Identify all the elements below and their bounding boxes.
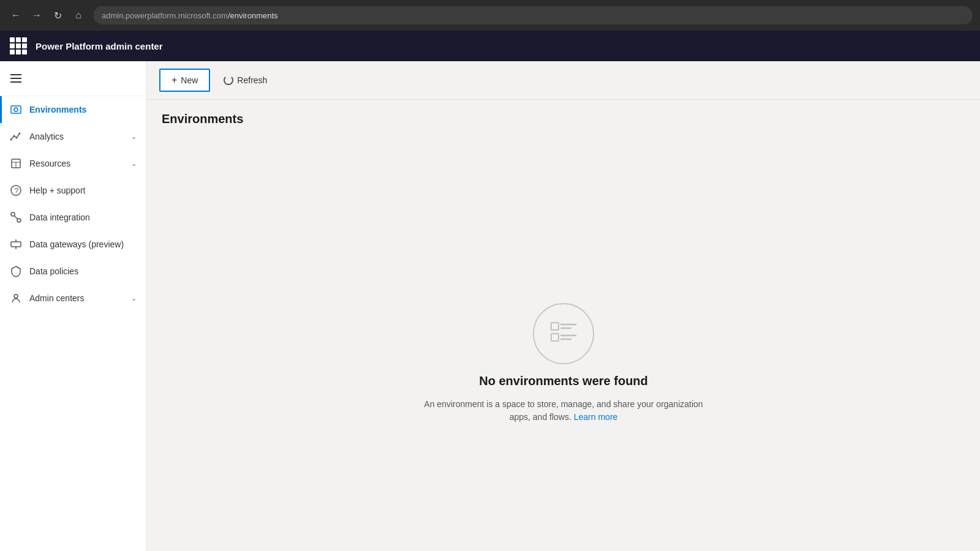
- sidebar-item-analytics[interactable]: Analytics ⌄: [0, 123, 146, 150]
- home-button[interactable]: ⌂: [70, 7, 87, 24]
- sidebar-item-data-gateways[interactable]: Data gateways (preview): [0, 231, 146, 258]
- plus-icon: +: [172, 75, 177, 86]
- analytics-icon: [10, 130, 22, 143]
- sidebar: Environments Analytics ⌄: [0, 61, 147, 551]
- svg-text:?: ?: [15, 187, 19, 195]
- environments-label: Environments: [29, 105, 137, 114]
- data-policies-icon: [10, 265, 22, 277]
- learn-more-link[interactable]: Learn more: [574, 412, 618, 422]
- analytics-chevron-icon: ⌄: [131, 133, 137, 141]
- url-path: /environments: [228, 11, 278, 20]
- refresh-button[interactable]: Refresh: [215, 70, 276, 90]
- svg-line-13: [14, 216, 18, 219]
- url-base: admin.powerplatform.microsoft.com: [102, 11, 228, 20]
- empty-description: An environment is a space to store, mana…: [423, 398, 704, 424]
- sidebar-item-help-support[interactable]: ? Help + support: [0, 177, 146, 204]
- data-integration-label: Data integration: [29, 212, 137, 222]
- sidebar-top: [0, 61, 146, 96]
- svg-rect-21: [551, 334, 559, 341]
- empty-title: No environments were found: [479, 374, 648, 388]
- data-gateways-label: Data gateways (preview): [29, 239, 137, 249]
- svg-point-3: [13, 135, 15, 137]
- sidebar-item-data-integration[interactable]: Data integration: [0, 204, 146, 231]
- hamburger-button[interactable]: [5, 67, 27, 89]
- main-content-area: + New Refresh Environments: [147, 61, 980, 551]
- resources-chevron-icon: ⌄: [131, 160, 137, 168]
- list-empty-icon: [546, 317, 581, 351]
- empty-state-icon: [533, 303, 594, 364]
- svg-point-2: [10, 139, 12, 141]
- resources-label: Resources: [29, 159, 124, 168]
- admin-centers-label: Admin centers: [29, 293, 124, 303]
- refresh-button-label: Refresh: [237, 75, 267, 85]
- page-title: Environments: [162, 112, 965, 126]
- sidebar-item-admin-centers[interactable]: Admin centers ⌄: [0, 285, 146, 312]
- resources-icon: [10, 157, 22, 170]
- page-content: Environments No environments were found: [147, 100, 980, 551]
- app-title: Power Platform admin center: [36, 41, 163, 51]
- new-button-label: New: [181, 75, 198, 85]
- analytics-label: Analytics: [29, 132, 124, 141]
- new-button[interactable]: + New: [159, 69, 210, 92]
- sidebar-item-environments[interactable]: Environments: [0, 96, 146, 123]
- browser-bar: ← → ↻ ⌂ admin.powerplatform.microsoft.co…: [0, 0, 980, 31]
- waffle-icon[interactable]: [10, 37, 27, 54]
- sidebar-item-resources[interactable]: Resources ⌄: [0, 150, 146, 177]
- svg-rect-18: [551, 323, 559, 330]
- refresh-page-button[interactable]: ↻: [49, 7, 66, 24]
- back-button[interactable]: ←: [7, 7, 24, 24]
- forward-button[interactable]: →: [28, 7, 45, 24]
- main-layout: Environments Analytics ⌄: [0, 61, 980, 551]
- environments-icon: [10, 103, 22, 116]
- data-integration-icon: [10, 211, 22, 223]
- help-support-label: Help + support: [29, 186, 137, 195]
- sidebar-item-data-policies[interactable]: Data policies: [0, 258, 146, 285]
- svg-point-4: [16, 137, 18, 139]
- svg-point-17: [14, 294, 18, 298]
- toolbar: + New Refresh: [147, 61, 980, 100]
- svg-point-5: [19, 133, 21, 135]
- address-bar[interactable]: admin.powerplatform.microsoft.com/enviro…: [93, 6, 973, 24]
- svg-rect-14: [11, 242, 21, 247]
- admin-centers-icon: [10, 292, 22, 304]
- help-icon: ?: [10, 184, 22, 197]
- browser-nav: ← → ↻ ⌂: [7, 7, 87, 24]
- svg-rect-0: [11, 106, 21, 113]
- app-header: Power Platform admin center: [0, 31, 980, 61]
- refresh-icon: [224, 75, 233, 85]
- admin-centers-chevron-icon: ⌄: [131, 294, 137, 302]
- data-gateways-icon: [10, 238, 22, 250]
- svg-point-1: [14, 108, 18, 111]
- data-policies-label: Data policies: [29, 266, 137, 276]
- empty-state: No environments were found An environmen…: [162, 187, 965, 539]
